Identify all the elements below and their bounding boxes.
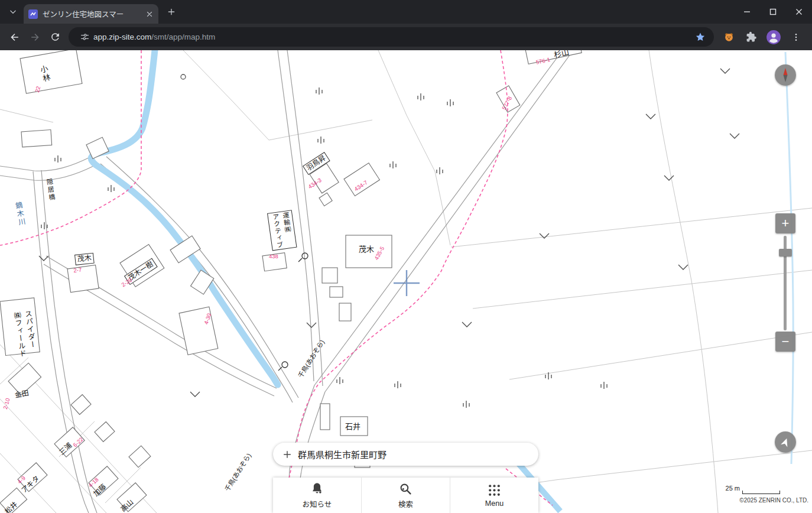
forward-button[interactable] [25,27,45,47]
search-button[interactable]: 検索 [361,478,450,513]
tab-title: ゼンリン住宅地図スマー [43,8,141,20]
search-plus-icon [282,450,292,459]
search-label: 検索 [398,498,413,509]
profile-avatar[interactable] [765,28,782,46]
zoom-in-button[interactable]: + [775,213,795,233]
url-path: /smt/app/map.htm [151,33,215,41]
window-minimize-button[interactable] [734,0,760,24]
kebab-menu-icon[interactable] [787,28,805,46]
window-close-button[interactable] [786,0,812,24]
parcel-number-2-7: 2-7 [73,267,82,274]
map-label-active-unyu: アクティブ 運輸㈱ [267,210,297,251]
tab-close-icon[interactable] [145,10,154,18]
toolbar-icons [720,28,805,46]
tab-strip: ゼンリン住宅地図スマー [0,0,812,24]
menu-label: Menu [485,499,504,508]
my-location-button[interactable] [775,431,796,453]
map-viewport: 小林 22 杉山 576-1 577-8 羽鳥昇 434-3 434-7 アクテ… [0,50,812,513]
tab-search-chevron-icon[interactable] [5,4,21,20]
map-label-mogi-house: 茂木 [359,245,374,254]
menu-button[interactable]: Menu [450,478,538,513]
vegetation-symbols [41,87,607,408]
compass-button[interactable] [775,64,796,86]
grid-menu-icon [487,483,502,498]
zoom-out-button[interactable]: − [775,332,795,352]
back-button[interactable] [5,27,25,47]
window-maximize-button[interactable] [760,0,786,24]
site-info-icon[interactable] [76,28,93,46]
zoom-slider-handle[interactable] [779,249,792,256]
notice-label: お知らせ [303,498,332,509]
scale-bar [742,491,780,494]
copyright-text: ©2025 ZENRIN CO., LTD. [739,497,808,504]
bookmark-star-icon[interactable] [691,28,709,46]
extensions-puzzle-icon[interactable] [742,28,760,46]
window-controls [734,0,812,24]
browser-toolbar: app.zip-site.com/smt/app/map.htm [0,24,812,50]
browser-tab[interactable]: ゼンリン住宅地図スマー [24,4,158,24]
parcel-number-438: 438 [269,254,278,259]
parcel-number-22: 22 [34,86,41,93]
map-search-bar[interactable]: 群馬県桐生市新里町野 [273,443,538,466]
scale-label: 25 m [715,485,740,492]
bottom-toolbar: お知らせ 検索 Menu [273,478,538,513]
reload-button[interactable] [45,27,65,47]
map-label-mogi2: 茂木 [74,253,95,265]
address-bar[interactable]: app.zip-site.com/smt/app/map.htm [69,27,714,47]
bell-icon [310,482,324,496]
pinned-extension-icon[interactable] [720,28,738,46]
map-label-ishii: 石井 [345,423,360,431]
new-tab-button[interactable] [163,4,180,20]
search-address-text: 群馬県桐生市新里町野 [298,448,386,460]
url-host: app.zip-site.com [93,33,151,41]
magnifier-icon [398,482,413,496]
notice-button[interactable]: お知らせ [273,478,361,513]
tab-favicon-icon [28,9,38,19]
